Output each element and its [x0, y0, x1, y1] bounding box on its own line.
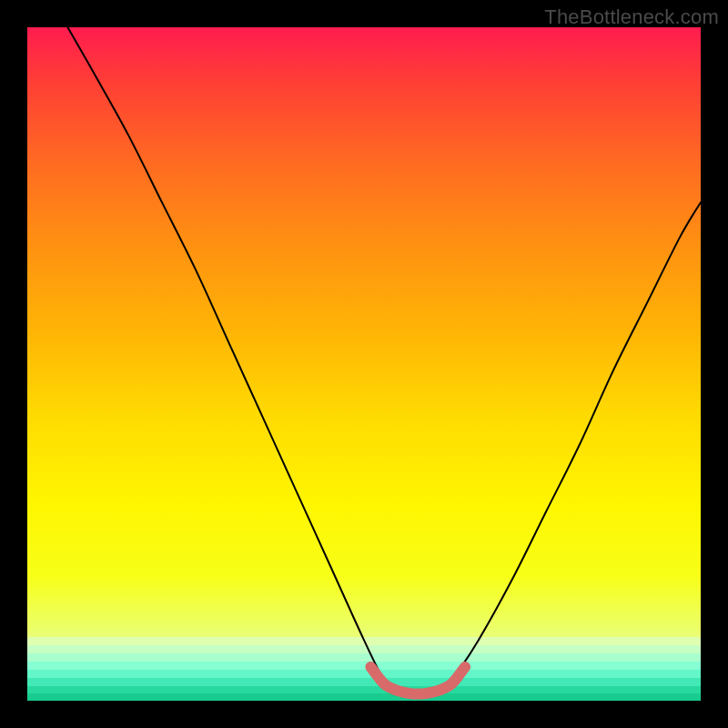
- valley-highlight: [370, 667, 465, 694]
- watermark-text: TheBottleneck.com: [544, 5, 719, 29]
- plot-area: [27, 27, 701, 701]
- curve-layer: [27, 27, 701, 701]
- chart-frame: TheBottleneck.com: [0, 0, 728, 728]
- bottleneck-curve: [67, 27, 701, 697]
